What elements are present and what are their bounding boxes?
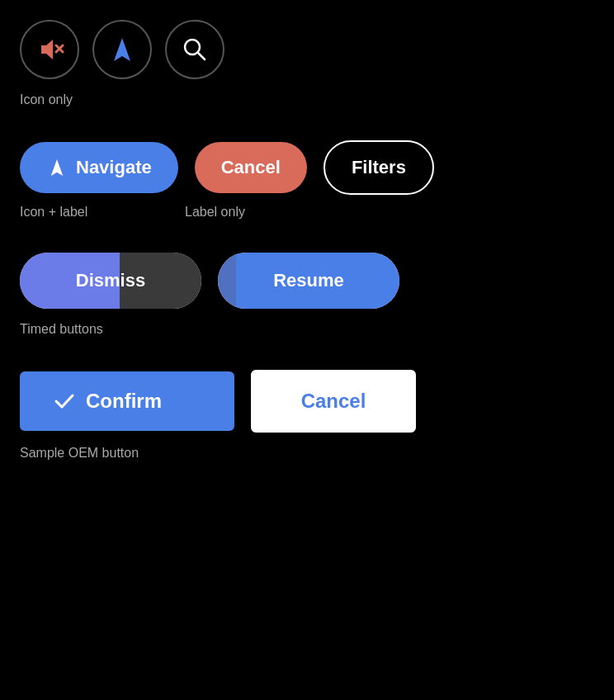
svg-line-5 xyxy=(198,53,205,59)
section-icon-only: Icon only xyxy=(20,20,594,107)
navigate-icon xyxy=(107,35,137,64)
icon-plus-label-desc: Icon + label xyxy=(20,205,168,220)
section-oem: Confirm Cancel Sample OEM button xyxy=(20,370,594,461)
confirm-button[interactable]: Confirm xyxy=(20,371,234,431)
cancel-button-label: Cancel xyxy=(221,157,281,177)
resume-button-label: Resume xyxy=(273,270,344,291)
section-timed: Dismiss Resume Timed buttons xyxy=(20,253,594,337)
mute-button[interactable] xyxy=(20,20,79,79)
svg-marker-6 xyxy=(51,159,63,176)
svg-marker-3 xyxy=(114,38,130,61)
page-container: Icon only Navigate Cancel Filters Icon +… xyxy=(0,0,614,480)
navigate-btn-icon xyxy=(46,157,68,178)
navigate-circle-button[interactable] xyxy=(92,20,152,79)
search-icon xyxy=(180,35,210,64)
cancel-oem-button-label: Cancel xyxy=(301,390,366,412)
dismiss-button[interactable]: Dismiss xyxy=(20,253,201,309)
resume-progress-fill xyxy=(218,253,236,309)
filters-button-label: Filters xyxy=(352,157,406,177)
icon-row xyxy=(20,20,594,79)
navigate-button-label: Navigate xyxy=(76,157,152,178)
timed-buttons-label: Timed buttons xyxy=(20,322,594,337)
timed-row: Dismiss Resume xyxy=(20,253,594,309)
search-circle-button[interactable] xyxy=(165,20,224,79)
resume-button[interactable]: Resume xyxy=(218,253,399,309)
cancel-button[interactable]: Cancel xyxy=(195,142,307,193)
filters-button[interactable]: Filters xyxy=(324,140,434,195)
confirm-button-label: Confirm xyxy=(86,390,162,413)
section-buttons: Navigate Cancel Filters Icon + label Lab… xyxy=(20,140,594,220)
label-only-desc: Label only xyxy=(185,205,245,220)
checkmark-icon xyxy=(53,390,76,413)
svg-marker-0 xyxy=(41,40,53,59)
oem-row: Confirm Cancel xyxy=(20,370,594,433)
sublabel-row: Icon + label Label only xyxy=(20,205,594,220)
mute-icon xyxy=(35,35,64,64)
button-row: Navigate Cancel Filters xyxy=(20,140,594,195)
oem-label: Sample OEM button xyxy=(20,446,594,461)
navigate-button[interactable]: Navigate xyxy=(20,142,178,193)
icon-only-label: Icon only xyxy=(20,92,594,107)
dismiss-button-label: Dismiss xyxy=(76,270,145,291)
cancel-oem-button[interactable]: Cancel xyxy=(251,370,416,433)
